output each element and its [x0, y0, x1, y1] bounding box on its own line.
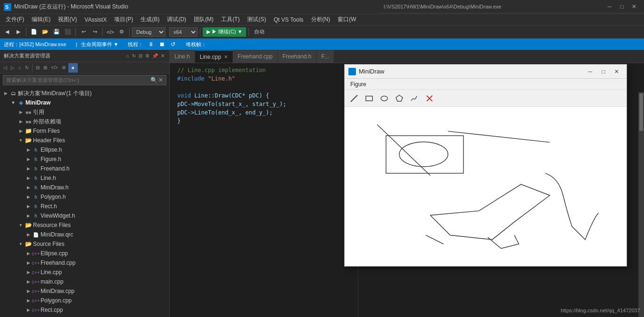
minidraw-line-tool-btn[interactable] — [347, 92, 361, 105]
menu-qt[interactable]: Qt VS Tools — [270, 16, 307, 24]
tab-f-extra[interactable]: F... — [317, 50, 334, 63]
menu-edit[interactable]: 编辑(E) — [28, 15, 54, 24]
tree-figure-h[interactable]: ▶ h Figure.h — [0, 154, 169, 164]
continue-label: ▶ 继续(C) ▼ — [212, 28, 242, 35]
project-item[interactable]: ▼ ◈ MiniDraw — [0, 98, 169, 107]
tree-line-cpp[interactable]: ▶ c++ Line.cpp — [0, 268, 169, 277]
tree-polygon-h[interactable]: ▶ h Polygon.h — [0, 192, 169, 202]
toolbar-fwd-btn[interactable]: ▶ — [13, 27, 24, 37]
tree-ellipse-cpp[interactable]: ▶ c++ Ellipse.cpp — [0, 249, 169, 258]
menu-project[interactable]: 项目(P) — [110, 15, 137, 24]
tree-viewwidget-cpp[interactable]: ▶ c++ ViewWidget.cpp — [0, 315, 169, 317]
minidraw-canvas[interactable] — [345, 107, 627, 266]
panel-refresh-btn[interactable]: ↻ — [131, 53, 137, 58]
tree-minidraw-qrc[interactable]: ▶ 📄 MiniDraw.qrc — [0, 230, 169, 239]
menu-window[interactable]: 窗口(W — [334, 15, 360, 24]
sol-toolbar-btn-3[interactable]: ⌂ — [17, 63, 23, 73]
debug-lifecycle-label: | — [76, 41, 77, 47]
minidraw-freehand-tool-btn[interactable] — [408, 92, 421, 105]
tab-freehand-cpp[interactable]: Freehand.cpp — [233, 50, 278, 63]
tree-polygon-cpp[interactable]: ▶ c++ Polygon.cpp — [0, 296, 169, 305]
toolbar-saveall-btn[interactable]: ⬛ — [63, 27, 73, 37]
vs-debug-close-btn[interactable]: ✕ — [628, 1, 640, 12]
menu-debug[interactable]: 调试(D) — [163, 15, 190, 24]
tree-rect-cpp[interactable]: ▶ c++ Rect.cpp — [0, 305, 169, 315]
tab-line-h[interactable]: Line.h — [170, 50, 195, 63]
debug-restart-btn[interactable]: ↺ — [170, 41, 176, 48]
line-h-label: Line.h — [41, 175, 56, 181]
minidraw-app-window[interactable]: MiniDraw ─ □ ✕ Figure — [344, 64, 627, 267]
tree-ext-deps[interactable]: ▶ ■■ 外部依赖项 — [0, 117, 169, 126]
menu-team[interactable]: 团队(M) — [190, 15, 217, 24]
tree-freehand-h[interactable]: ▶ h Freehand.h — [0, 164, 169, 173]
sol-toolbar-btn-5[interactable]: ⊟ — [34, 63, 41, 73]
tree-rect-h[interactable]: ▶ h Rect.h — [0, 202, 169, 211]
editor-scrollbar-thumb[interactable] — [639, 93, 643, 131]
sol-toolbar-btn-2[interactable]: ▷ — [9, 63, 16, 73]
editor-scrollbar-track[interactable] — [638, 92, 644, 317]
vs-debug-minimize-btn[interactable]: ─ — [603, 1, 616, 12]
panel-collapse-btn[interactable]: ⊟ — [138, 53, 143, 58]
toolbar-undo-btn[interactable]: ↩ — [78, 27, 89, 37]
panel-home-btn[interactable]: ⌂ — [125, 53, 130, 58]
debug-stop-btn[interactable]: ⏹ — [158, 41, 166, 48]
sol-toolbar-btn-1[interactable]: ◁ — [2, 63, 8, 73]
minidraw-close-btn[interactable]: ✕ — [611, 66, 623, 77]
toolbar-redo-btn[interactable]: ↪ — [90, 27, 100, 37]
menu-build[interactable]: 生成(B) — [137, 15, 163, 24]
sol-toolbar-code-btn[interactable]: </> — [50, 63, 59, 73]
tab-line-cpp-close[interactable]: ✕ — [224, 54, 228, 59]
sol-toolbar-tools-btn[interactable]: ⚙ — [60, 63, 67, 73]
vs-debug-maximize-btn[interactable]: □ — [616, 1, 628, 12]
tab-freehand-h[interactable]: Freehand.h — [278, 50, 316, 63]
minidraw-maximize-btn[interactable]: □ — [597, 66, 610, 77]
tree-source-files[interactable]: ▼ 📂 Source Files — [0, 239, 169, 249]
panel-pin-btn[interactable]: 📌 — [151, 53, 159, 58]
solution-panel-title: 解决方案资源管理器 — [4, 52, 50, 59]
debug-pause-btn[interactable]: ⏸ — [147, 41, 155, 48]
sol-toolbar-active-btn[interactable]: ■ — [68, 63, 78, 73]
solution-root-item[interactable]: ▶ 🗂 解决方案'MiniDraw'(1 个项目) — [0, 89, 169, 98]
tree-references[interactable]: ▶ ■■ 引用 — [0, 107, 169, 117]
minidraw-ellipse-tool-btn[interactable] — [378, 92, 391, 105]
solution-search-input[interactable] — [6, 77, 150, 83]
toolbar-open-btn[interactable]: 📂 — [40, 27, 50, 37]
tree-line-h[interactable]: ▶ h Line.h — [0, 173, 169, 183]
sol-toolbar-btn-4[interactable]: ↻ — [24, 63, 30, 73]
sol-toolbar-btn-6[interactable]: ⊞ — [42, 63, 49, 73]
toolbar-back-btn[interactable]: ◀ — [2, 27, 12, 37]
tree-viewwidget-h[interactable]: ▶ h ViewWidget.h — [0, 211, 169, 220]
debug-lifecycle-text[interactable]: 生命周期事件 ▼ — [81, 41, 119, 48]
continue-debug-btn[interactable]: ▶ ▶ 继续(C) ▼ — [203, 27, 246, 37]
menu-view[interactable]: 视图(V) — [54, 15, 81, 24]
main-cpp-arrow: ▶ — [25, 278, 32, 285]
menu-test[interactable]: 测试(S) — [243, 15, 270, 24]
panel-settings-btn[interactable]: ⚙ — [144, 53, 150, 58]
menu-vassistx[interactable]: VAssistX — [81, 16, 110, 24]
menu-analyze[interactable]: 分析(N) — [307, 15, 334, 24]
tree-form-files[interactable]: ▶ 📁 Form Files — [0, 126, 169, 136]
minidraw-polygon-tool-btn[interactable] — [393, 92, 406, 105]
tree-main-cpp[interactable]: ▶ c++ main.cpp — [0, 277, 169, 286]
minidraw-rect-tool-btn[interactable] — [363, 92, 376, 105]
tree-freehand-cpp[interactable]: ▶ c++ Freehand.cpp — [0, 258, 169, 268]
panel-close-btn[interactable]: ✕ — [160, 53, 165, 58]
tree-header-files[interactable]: ▼ 📂 Header Files — [0, 136, 169, 145]
search-close-icon[interactable]: ✕ — [158, 77, 163, 83]
toolbar-code-btn[interactable]: </> — [105, 27, 116, 37]
tab-line-cpp[interactable]: Line.cpp ✕ — [195, 50, 233, 63]
platform-dropdown[interactable]: x64 x86 — [169, 27, 198, 37]
tree-minidraw-h[interactable]: ▶ h MiniDraw.h — [0, 183, 169, 192]
minidraw-delete-tool-btn[interactable] — [423, 92, 436, 105]
toolbar-settings-btn[interactable]: ⚙ — [116, 27, 127, 37]
minidraw-minimize-btn[interactable]: ─ — [584, 66, 596, 77]
tree-resource-files[interactable]: ▼ 📂 Resource Files — [0, 220, 169, 230]
debug-config-dropdown[interactable]: Debug Release — [132, 27, 165, 37]
toolbar-save-btn[interactable]: 💾 — [51, 27, 62, 37]
minidraw-figure-menu[interactable]: Figure — [347, 80, 370, 89]
toolbar-new-btn[interactable]: 📄 — [29, 27, 39, 37]
menu-file[interactable]: 文件(F) — [2, 15, 28, 24]
tree-minidraw-cpp[interactable]: ▶ c++ MiniDraw.cpp — [0, 286, 169, 296]
tree-ellipse-h[interactable]: ▶ h Ellipse.h — [0, 145, 169, 154]
menu-tools[interactable]: 工具(T) — [217, 15, 243, 24]
